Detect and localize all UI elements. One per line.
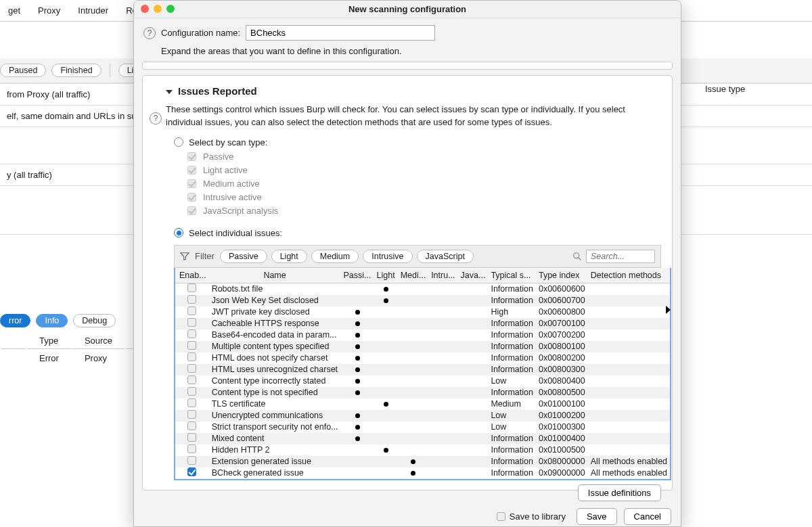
issue-type-index: 0x00800400 — [536, 375, 588, 387]
enable-checkbox[interactable] — [187, 329, 196, 338]
issue-type-index: 0x09000000 — [536, 467, 588, 480]
col-medium[interactable]: Medi... — [398, 268, 429, 283]
filter-pill-javascript[interactable]: JavaScript — [417, 250, 474, 263]
enable-checkbox[interactable] — [187, 352, 196, 361]
svg-line-1 — [579, 257, 581, 260]
enable-checkbox[interactable] — [187, 375, 196, 384]
col-type-index[interactable]: Type index — [536, 268, 588, 283]
tab-proxy[interactable]: Proxy — [38, 5, 60, 16]
table-row[interactable]: TLS certificateMedium0x01000100 — [175, 398, 671, 410]
table-row[interactable]: Robots.txt fileInformation0x00600600 — [175, 283, 671, 295]
issue-detection — [588, 398, 671, 410]
enable-checkbox[interactable] — [187, 364, 196, 373]
table-row[interactable]: Mixed contentInformation0x01000400 — [175, 433, 671, 444]
cancel-button[interactable]: Cancel — [624, 508, 671, 525]
filter-pill-intrusive[interactable]: Intrusive — [363, 250, 412, 263]
issue-type-index: 0x00600700 — [536, 295, 588, 306]
table-row[interactable]: HTML does not specify charsetInformation… — [175, 352, 671, 364]
issue-detection — [588, 444, 671, 456]
radio-icon[interactable] — [174, 137, 183, 147]
enable-checkbox[interactable] — [187, 387, 196, 396]
save-to-library-option[interactable]: Save to library — [497, 511, 566, 522]
collapsed-section-bar[interactable] — [142, 62, 673, 70]
paused-button[interactable]: Paused — [0, 64, 46, 77]
close-icon[interactable] — [141, 5, 149, 13]
separator — [110, 64, 110, 77]
table-row[interactable]: Extension generated issueInformation0x08… — [175, 456, 671, 467]
col-name[interactable]: Name — [209, 268, 341, 283]
finished-button[interactable]: Finished — [51, 64, 101, 77]
enable-checkbox[interactable] — [187, 306, 196, 315]
table-row[interactable]: HTML uses unrecognized charsetInformatio… — [175, 364, 671, 375]
dot-icon — [355, 344, 360, 349]
enable-checkbox[interactable] — [187, 398, 196, 407]
enable-checkbox[interactable] — [187, 444, 196, 453]
enable-checkbox[interactable] — [187, 456, 196, 465]
table-row[interactable]: Unencrypted communicationsLow0x01000200 — [175, 410, 671, 421]
enable-checkbox[interactable] — [187, 467, 196, 476]
table-row[interactable]: Content type incorrectly statedLow0x0080… — [175, 375, 671, 387]
table-row[interactable]: JWT private key disclosedHigh0x00600800 — [175, 306, 671, 318]
table-row[interactable]: Base64-encoded data in param...Informati… — [175, 329, 671, 341]
col-severity[interactable]: Typical s... — [488, 268, 536, 283]
log-filter-bar: rror Info Debug — [0, 310, 116, 331]
enable-checkbox[interactable] — [187, 283, 196, 292]
issue-type-index: 0x01000100 — [536, 398, 588, 410]
table-row[interactable]: Strict transport security not enfo...Low… — [175, 421, 671, 433]
enable-checkbox[interactable] — [187, 421, 196, 430]
table-row[interactable]: Cacheable HTTPS responseInformation0x007… — [175, 318, 671, 329]
issue-severity: Information — [488, 467, 536, 480]
error-filter[interactable]: rror — [0, 314, 30, 327]
issue-severity: Low — [488, 421, 536, 433]
filter-pill-light[interactable]: Light — [271, 250, 307, 263]
dot-icon — [355, 356, 360, 361]
issue-detection — [588, 364, 671, 375]
help-icon[interactable]: ? — [150, 112, 162, 124]
filter-icon[interactable] — [180, 252, 189, 261]
table-row[interactable]: Content type is not specifiedInformation… — [175, 387, 671, 398]
dialog-title-bar: New scanning configuration — [134, 1, 681, 18]
dot-icon — [411, 459, 415, 464]
filter-pill-passive[interactable]: Passive — [220, 250, 267, 263]
chevron-down-icon[interactable] — [166, 90, 173, 94]
col-detection-methods[interactable]: Detection methods — [588, 268, 671, 283]
tab-intruder[interactable]: Intruder — [78, 5, 108, 16]
search-input[interactable] — [586, 250, 655, 263]
arrow-right-icon[interactable] — [666, 306, 671, 314]
enable-checkbox[interactable] — [187, 318, 196, 327]
enable-checkbox[interactable] — [187, 341, 196, 350]
config-name-input[interactable] — [246, 25, 435, 41]
issue-detection — [588, 387, 671, 398]
search-icon[interactable] — [572, 252, 582, 261]
table-row[interactable]: Json Web Key Set disclosedInformation0x0… — [175, 295, 671, 306]
col-source[interactable]: Source — [72, 333, 125, 349]
checkbox-icon[interactable] — [497, 512, 505, 521]
info-filter[interactable]: Info — [36, 314, 68, 327]
checkbox-icon — [187, 206, 196, 215]
col-passive[interactable]: Passi... — [341, 268, 374, 283]
issue-severity: Medium — [488, 398, 536, 410]
zoom-icon[interactable] — [166, 5, 175, 13]
table-row[interactable]: Multiple content types specifiedInformat… — [175, 341, 671, 352]
col-javascript[interactable]: Java... — [458, 268, 489, 283]
save-button[interactable]: Save — [577, 508, 617, 525]
minimize-icon[interactable] — [154, 5, 162, 13]
table-row[interactable]: Hidden HTTP 2Information0x01000500 — [175, 444, 671, 456]
col-light[interactable]: Light — [374, 268, 398, 283]
col-type[interactable]: Type — [27, 333, 71, 349]
enable-checkbox[interactable] — [187, 295, 196, 304]
table-row[interactable]: BCheck generated issueInformation0x09000… — [175, 467, 671, 480]
col-intrusive[interactable]: Intru... — [428, 268, 457, 283]
enable-checkbox[interactable] — [187, 410, 196, 419]
help-icon[interactable]: ? — [143, 27, 156, 39]
tab-target[interactable]: get — [8, 5, 20, 16]
svg-point-0 — [574, 252, 579, 258]
debug-filter[interactable]: Debug — [73, 314, 116, 327]
col-enabled[interactable]: Enab... — [175, 268, 209, 283]
issue-definitions-button[interactable]: Issue definitions — [578, 484, 661, 501]
filter-pill-medium[interactable]: Medium — [311, 250, 359, 263]
radio-icon[interactable] — [174, 228, 183, 237]
radio-scan-type[interactable]: Select by scan type: — [174, 137, 661, 147]
radio-individual-issues[interactable]: Select individual issues: — [174, 228, 661, 238]
enable-checkbox[interactable] — [187, 433, 196, 442]
